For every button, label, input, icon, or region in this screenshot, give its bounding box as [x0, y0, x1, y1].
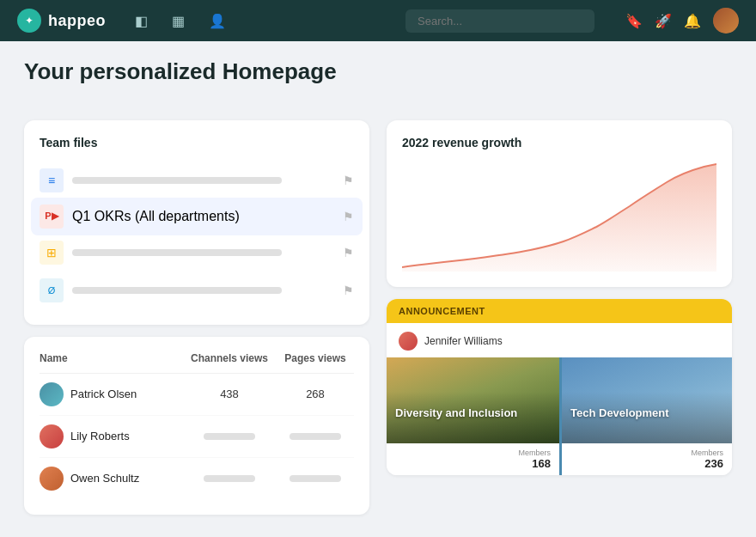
- col-header-channels: Channels views: [182, 352, 277, 364]
- file-name-text: Q1 OKRs (All departments): [72, 209, 334, 224]
- author-avatar: [399, 332, 418, 351]
- announce-author: Jennifer Williams: [387, 323, 732, 357]
- leaderboard-card: Name Channels views Pages views Patrick …: [24, 337, 369, 515]
- table-header: Name Channels views Pages views: [40, 352, 354, 374]
- rocket-icon[interactable]: 🚀: [655, 13, 672, 29]
- people-icon[interactable]: 👤: [205, 9, 229, 33]
- channel-meta: Members 236: [562, 443, 732, 475]
- channel-meta: Members 168: [387, 443, 559, 475]
- user-cell: Lily Roberts: [40, 424, 182, 449]
- channel-item[interactable]: Diversity and Inclusion Members 168: [387, 357, 559, 475]
- layers-icon[interactable]: ◧: [131, 9, 151, 33]
- pages-value: 268: [277, 387, 354, 400]
- team-files-card: Team files ≡ ⚑ P▶ Q1 OKRs (All departmen…: [24, 120, 369, 325]
- bookmark-icon[interactable]: ⚑: [343, 284, 354, 297]
- chart-icon[interactable]: ▦: [168, 9, 188, 33]
- user-cell: Owen Schultz: [40, 467, 182, 491]
- list-item[interactable]: ≡ ⚑: [40, 162, 354, 199]
- search-input[interactable]: [405, 9, 594, 33]
- revenue-chart-card: 2022 revenue growth: [387, 120, 732, 287]
- logo[interactable]: happeo: [17, 9, 106, 33]
- list-item[interactable]: P▶ Q1 OKRs (All departments) ⚑: [31, 198, 363, 235]
- avatar-image: [713, 8, 739, 34]
- channels-value: 438: [182, 387, 277, 400]
- right-column: 2022 revenue growth Announcement: [387, 120, 732, 517]
- author-name: Jennifer Williams: [424, 335, 503, 347]
- bookmark-icon[interactable]: ⚑: [343, 246, 354, 259]
- logo-text: happeo: [48, 12, 106, 30]
- avatar: [40, 424, 64, 449]
- revenue-chart-svg: [402, 160, 716, 272]
- members-count: 236: [570, 457, 723, 470]
- channel-grid: Diversity and Inclusion Members 168 Tech…: [387, 357, 732, 475]
- google-doc-icon: ≡: [40, 168, 64, 192]
- table-row[interactable]: Lily Roberts: [40, 416, 354, 458]
- file-bar: [72, 287, 282, 294]
- chart-area: [402, 160, 716, 272]
- avatar: [40, 467, 64, 491]
- nav-right: 🔖 🚀 🔔: [625, 8, 739, 34]
- channel-item[interactable]: Tech Development Members 236: [559, 357, 732, 475]
- col-header-name: Name: [40, 352, 182, 364]
- file-name-bar: [72, 287, 334, 294]
- page-title: Your personalized Homepage: [24, 58, 732, 88]
- channel-name: Tech Development: [570, 406, 723, 419]
- col-header-pages: Pages views: [277, 352, 354, 364]
- team-files-title: Team files: [40, 136, 354, 150]
- file-name-bar: [72, 177, 334, 184]
- navbar: happeo ◧ ▦ 👤 🔖 🚀 🔔: [0, 0, 756, 41]
- powerpoint-icon: P▶: [40, 204, 64, 229]
- channels-bar: [204, 475, 255, 482]
- user-cell: Patrick Olsen: [40, 382, 182, 406]
- file-name-bar: [72, 249, 334, 256]
- pages-bar: [290, 475, 341, 482]
- avatar[interactable]: [713, 8, 739, 34]
- announcement-card: Announcement Jennifer Williams Diversity…: [387, 299, 732, 475]
- members-label: Members: [395, 449, 551, 457]
- file-bar: [72, 249, 282, 256]
- user-name: Lily Roberts: [70, 430, 130, 442]
- bookmark-icon[interactable]: ⚑: [343, 210, 354, 223]
- members-count: 168: [395, 457, 551, 470]
- left-column: Team files ≡ ⚑ P▶ Q1 OKRs (All departmen…: [24, 120, 369, 517]
- list-item[interactable]: Ø ⚑: [40, 272, 354, 309]
- channels-bar: [204, 433, 255, 440]
- file-label: Q1 OKRs (All departments): [72, 209, 240, 223]
- logo-icon: [17, 9, 41, 33]
- outlook-icon: Ø: [40, 278, 64, 302]
- list-item[interactable]: ⊞ ⚑: [40, 234, 354, 272]
- chart-title: 2022 revenue growth: [402, 136, 716, 150]
- file-bar: [72, 177, 282, 184]
- user-name: Patrick Olsen: [70, 387, 137, 400]
- channel-name: Diversity and Inclusion: [395, 406, 551, 419]
- google-sheet-icon: ⊞: [40, 241, 64, 265]
- bookmark-icon[interactable]: 🔖: [625, 13, 643, 29]
- user-name: Owen Schultz: [70, 472, 139, 485]
- table-row[interactable]: Owen Schultz: [40, 458, 354, 499]
- table-row[interactable]: Patrick Olsen 438 268: [40, 374, 354, 416]
- pages-bar: [290, 433, 341, 440]
- main-content: Your personalized Homepage Team files ≡ …: [0, 41, 756, 537]
- avatar: [40, 382, 64, 406]
- members-label: Members: [570, 449, 723, 457]
- announcement-header: Announcement: [387, 299, 732, 323]
- bell-icon[interactable]: 🔔: [684, 13, 701, 29]
- bookmark-icon[interactable]: ⚑: [343, 174, 354, 187]
